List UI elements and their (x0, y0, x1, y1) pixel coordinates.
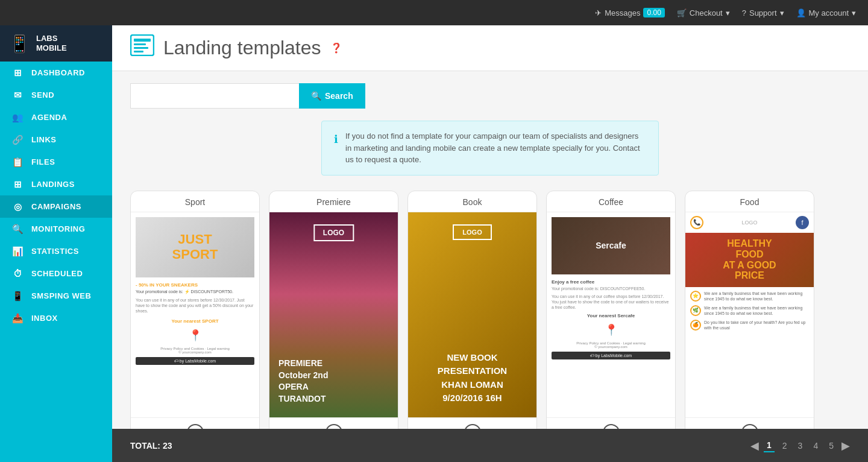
info-box: ℹ If you do not find a template for your… (321, 121, 659, 176)
info-text: If you do not find a template for your c… (345, 130, 646, 166)
smsping-icon: 📱 (12, 291, 24, 302)
sidebar-item-statistics[interactable]: 📊 STATISTICS (0, 240, 112, 262)
template-title-coffee: Coffee (547, 191, 675, 212)
account-chevron: ▾ (852, 8, 856, 17)
sidebar-item-files[interactable]: 📋 FILES (0, 151, 112, 173)
account-nav[interactable]: 👤 My account ▾ (796, 8, 856, 17)
search-button-icon: 🔍 (311, 91, 321, 101)
support-label: Support (749, 8, 777, 17)
account-label: My account (809, 8, 849, 17)
statistics-icon: 📊 (12, 246, 24, 257)
scheduled-icon: ⏱ (12, 268, 24, 279)
landings-icon: ⊞ (12, 179, 24, 190)
page-header: Landing templates ❓ (112, 25, 868, 71)
svg-rect-3 (134, 47, 148, 49)
food-fb-icon: f (796, 216, 809, 229)
send-icon: ✉ (12, 90, 24, 101)
sidebar-item-inbox[interactable]: 📥 INBOX (0, 307, 112, 329)
template-card-sport: Sport JustSPORT - 50% IN YOUR SNEAKERS Y… (130, 191, 260, 429)
sidebar-item-monitoring[interactable]: 🔍 MONITORING (0, 218, 112, 240)
template-footer-food: + (685, 417, 814, 429)
page-5-button[interactable]: 5 (826, 440, 837, 452)
add-premiere-button[interactable]: + (326, 424, 342, 429)
food-phone-icon: 📞 (690, 216, 703, 229)
page-4-button[interactable]: 4 (810, 440, 821, 452)
template-preview-premiere: LOGO PREMIEREOctober 2ndOPERATURANDOT (269, 212, 398, 417)
footer-total: TOTAL: 23 (130, 441, 172, 451)
add-sport-button[interactable]: + (187, 424, 204, 429)
logo-text: LABS MOBILE (36, 34, 67, 52)
template-footer-coffee: + (547, 417, 675, 429)
search-input[interactable] (130, 83, 299, 109)
next-page-button[interactable]: ▶ (841, 439, 850, 452)
messages-badge: 0.00 (643, 8, 664, 17)
content-area: 🔍 Search ℹ If you do not find a template… (112, 71, 868, 429)
template-card-premiere: Premiere LOGO PREMIEREOctober 2ndOPERATU… (269, 191, 398, 429)
checkout-label: Checkout (690, 8, 723, 17)
page-title: Landing templates (163, 37, 321, 59)
template-card-coffee: Coffee Sercafe Enjoy a free coffee Your … (546, 191, 676, 429)
premiere-text: PREMIEREOctober 2ndOPERATURANDOT (278, 358, 328, 405)
messages-label: Messages (605, 8, 640, 17)
template-card-food: Food 📞 LOGO f HEALTHYFOODAT A GOODPRICE (685, 191, 814, 429)
account-icon: 👤 (796, 8, 806, 17)
files-icon: 📋 (12, 157, 24, 168)
send-icon: ✈ (595, 8, 602, 17)
book-logo: LOGO (453, 224, 491, 240)
support-nav[interactable]: ? Support ▾ (742, 8, 784, 17)
template-footer-book: + (408, 417, 536, 429)
links-icon: 🔗 (12, 134, 24, 145)
sidebar-item-links[interactable]: 🔗 LINKS (0, 128, 112, 151)
checkout-chevron: ▾ (726, 8, 730, 17)
template-preview-coffee: Sercafe Enjoy a free coffee Your promoti… (547, 212, 675, 417)
template-title-food: Food (685, 191, 814, 212)
sidebar-item-smsping[interactable]: 📱 SMSPING WEB (0, 285, 112, 307)
cart-icon: 🛒 (677, 8, 687, 17)
template-footer-premiere: + (269, 417, 398, 429)
main-content: Landing templates ❓ 🔍 Search ℹ If you do… (112, 25, 868, 462)
add-food-button[interactable]: + (741, 424, 758, 429)
add-coffee-button[interactable]: + (603, 424, 620, 429)
page-1-button[interactable]: 1 (764, 439, 775, 452)
top-nav: ✈ Messages 0.00 🛒 Checkout ▾ ? Support ▾… (0, 0, 868, 25)
add-book-button[interactable]: + (464, 424, 481, 429)
premiere-logo: LOGO (313, 224, 354, 241)
sidebar-item-landings[interactable]: ⊞ LANDINGS (0, 173, 112, 195)
template-title-sport: Sport (131, 191, 259, 212)
svg-rect-4 (134, 51, 143, 52)
template-title-premiere: Premiere (269, 191, 398, 212)
template-footer-sport: + (131, 417, 259, 429)
help-icon[interactable]: ❓ (330, 42, 342, 54)
checkout-nav[interactable]: 🛒 Checkout ▾ (677, 8, 730, 17)
logo-icon: 📱 (9, 34, 30, 54)
sidebar-item-scheduled[interactable]: ⏱ SCHEDULED (0, 262, 112, 285)
campaigns-icon: ◎ (12, 201, 24, 212)
page-3-button[interactable]: 3 (795, 440, 806, 452)
dashboard-icon: ⊞ (12, 68, 24, 78)
search-button[interactable]: 🔍 Search (299, 83, 365, 109)
svg-rect-2 (134, 43, 146, 45)
food-item2-icon: 🌿 (690, 305, 701, 316)
support-chevron: ▾ (780, 8, 784, 17)
svg-rect-1 (134, 39, 151, 42)
monitoring-icon: 🔍 (12, 224, 24, 235)
sidebar-item-send[interactable]: ✉ SEND (0, 84, 112, 106)
sidebar: 📱 LABS MOBILE ⊞ DASHBOARD ✉ SEND 👥 AGEND… (0, 25, 112, 462)
inbox-icon: 📥 (12, 313, 24, 324)
template-title-book: Book (408, 191, 536, 212)
search-bar: 🔍 Search (130, 83, 850, 109)
template-preview-food: 📞 LOGO f HEALTHYFOODAT A GOODPRICE ⭐ W (685, 212, 814, 417)
messages-nav[interactable]: ✈ Messages 0.00 (595, 8, 665, 17)
sidebar-item-agenda[interactable]: 👥 AGENDA (0, 106, 112, 128)
sidebar-item-dashboard[interactable]: ⊞ DASHBOARD (0, 62, 112, 84)
sidebar-logo[interactable]: 📱 LABS MOBILE (0, 25, 112, 62)
template-preview-sport: JustSPORT - 50% IN YOUR SNEAKERS Your pr… (131, 212, 259, 417)
page-2-button[interactable]: 2 (779, 440, 790, 452)
info-icon: ℹ (334, 131, 338, 166)
prev-page-button[interactable]: ◀ (750, 439, 759, 452)
templates-grid: Sport JustSPORT - 50% IN YOUR SNEAKERS Y… (130, 191, 850, 429)
template-card-book: Book LOGO NEW BOOKPRESENTATIONKHAN LOMAN… (407, 191, 537, 429)
book-text: NEW BOOKPRESENTATIONKHAN LOMAN9/20/2016 … (438, 351, 507, 405)
support-icon: ? (742, 8, 746, 17)
sidebar-item-campaigns[interactable]: ◎ CAMPAIGNS (0, 195, 112, 218)
